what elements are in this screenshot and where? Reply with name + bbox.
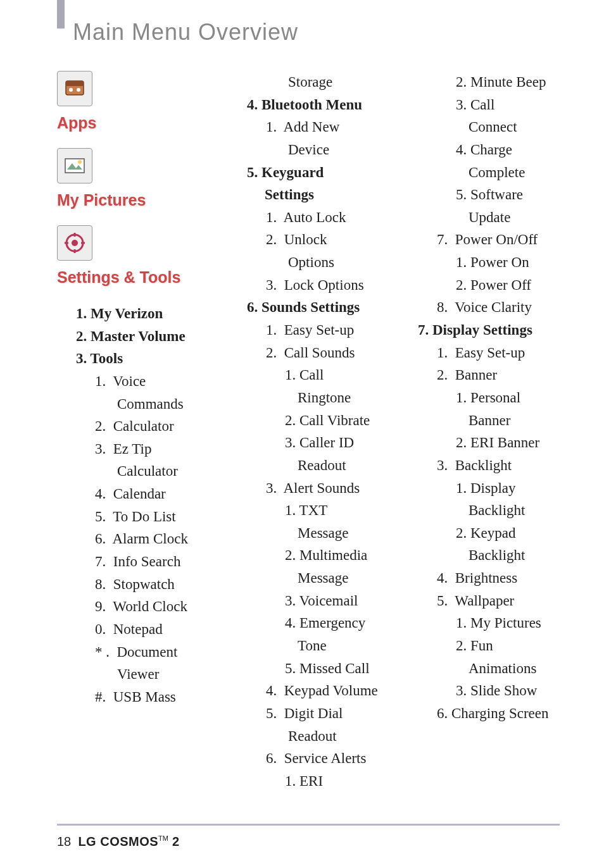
menu-item-cont: Message: [228, 567, 393, 590]
menu-item: 1. Display: [399, 477, 563, 500]
apps-icon: [57, 71, 92, 106]
menu-item: 6. Service Alerts: [228, 747, 393, 770]
menu-item: 4. Keypad Volume: [228, 679, 393, 702]
menu-item: 3. Lock Options: [228, 274, 393, 297]
menu-item-cont: Connect: [399, 116, 563, 139]
menu-item: 2. Keypad: [399, 522, 563, 545]
svg-rect-4: [65, 159, 84, 173]
menu-item-cont: Readout: [228, 725, 393, 748]
svg-point-2: [69, 88, 73, 92]
settings-tools-icon: [57, 225, 92, 261]
menu-item: 2. Calculator: [57, 415, 222, 438]
menu-item-cont: Update: [399, 206, 563, 229]
menu-item: 7. Display Settings: [399, 319, 563, 342]
menu-item: 5. Digit Dial: [228, 702, 393, 725]
content-columns: Apps My Pictures Settings & Tools 1. My …: [57, 71, 560, 817]
menu-item: 3. Backlight: [399, 454, 563, 477]
menu-item: 1. Personal: [399, 387, 563, 409]
svg-point-8: [72, 240, 78, 246]
menu-item-cont: Tone: [228, 635, 393, 657]
menu-item-cont: Calculator: [57, 460, 222, 483]
page-title: Main Menu Overview: [73, 19, 560, 46]
column-1: Apps My Pictures Settings & Tools 1. My …: [57, 71, 222, 709]
menu-item: 3. Voicemail: [228, 590, 393, 612]
menu-item: 2. Unlock: [228, 228, 393, 251]
menu-item: #. USB Mass: [57, 686, 222, 709]
menu-item: 3. Alert Sounds: [228, 477, 393, 500]
menu-item: 8. Stopwatch: [57, 573, 222, 596]
menu-item: 1. Voice: [57, 370, 222, 393]
svg-rect-1: [66, 81, 84, 86]
menu-item-cont: Device: [228, 139, 393, 161]
svg-point-6: [78, 160, 82, 164]
menu-item: 2. Power Off: [399, 274, 563, 297]
menu-item: 1. Call: [228, 364, 393, 387]
menu-item: 2. Fun: [399, 635, 563, 657]
footer-model: 2: [168, 834, 180, 848]
menu-item-cont: Banner: [399, 409, 563, 432]
my-pictures-icon: [57, 148, 92, 183]
menu-item: 2. Call Sounds: [228, 342, 393, 364]
menu-item-cont: Message: [228, 522, 393, 545]
menu-item-cont: Commands: [57, 393, 222, 416]
svg-point-3: [77, 88, 80, 92]
menu-item-cont: Viewer: [57, 663, 222, 686]
menu-item: 3. Ez Tip: [57, 438, 222, 461]
menu-item: 1. Auto Lock: [228, 206, 393, 229]
menu-item: 2. Call Vibrate: [228, 409, 393, 432]
menu-item: 6. Alarm Clock: [57, 528, 222, 550]
menu-item: 4. Bluetooth Menu: [228, 94, 393, 116]
column-3: 2. Minute Beep 3. Call Connect 4. Charge…: [399, 71, 563, 725]
menu-item: 4. Emergency: [228, 612, 393, 635]
menu-item: 5. To Do List: [57, 505, 222, 528]
menu-item: 3. Slide Show: [399, 679, 563, 702]
footer-brand: LG COSMOS: [78, 834, 158, 848]
menu-item: 7. Info Search: [57, 550, 222, 573]
menu-item: 1. TXT: [228, 499, 393, 522]
menu-item: * . Document: [57, 641, 222, 664]
trademark: TM: [158, 834, 168, 842]
menu-item: 2. Multimedia: [228, 544, 393, 567]
menu-item: 4. Calendar: [57, 483, 222, 505]
menu-item: 4. Brightness: [399, 567, 563, 590]
menu-item: 3. Call: [399, 94, 563, 116]
menu-item-cont: Settings: [228, 183, 393, 206]
menu-item-cont: Complete: [399, 161, 563, 184]
menu-item: 9. World Clock: [57, 595, 222, 618]
menu-item: 8. Voice Clarity: [399, 296, 563, 319]
apps-heading: Apps: [57, 114, 222, 132]
menu-item: 3. Tools: [57, 347, 222, 370]
menu-item: 5. Missed Call: [228, 657, 393, 680]
menu-item: 5. Keyguard: [228, 161, 393, 184]
menu-item: 6. Charging Screen: [399, 702, 563, 725]
menu-item-cont: Readout: [228, 454, 393, 477]
title-accent-bar: [57, 0, 65, 28]
menu-item: 1. Easy Set-up: [399, 342, 563, 364]
menu-item: 7. Power On/Off: [399, 228, 563, 251]
my-pictures-heading: My Pictures: [57, 191, 222, 209]
menu-item: 5. Wallpaper: [399, 590, 563, 612]
menu-item: 2. Master Volume: [57, 325, 222, 348]
menu-item-cont: Storage: [228, 71, 393, 94]
menu-item: 1. Add New: [228, 116, 393, 139]
menu-item: 1. Easy Set-up: [228, 319, 393, 342]
menu-item-cont: Backlight: [399, 544, 563, 567]
column-2: Storage 4. Bluetooth Menu 1. Add New Dev…: [228, 71, 393, 793]
menu-item-cont: Backlight: [399, 499, 563, 522]
page-number: 18: [57, 834, 71, 848]
page-footer: 18 LG COSMOSTM 2: [57, 824, 560, 849]
menu-item: 5. Software: [399, 183, 563, 206]
menu-item: 6. Sounds Settings: [228, 296, 393, 319]
menu-item-cont: Options: [228, 251, 393, 274]
menu-item-cont: Animations: [399, 657, 563, 680]
menu-item: 1. My Pictures: [399, 612, 563, 635]
settings-tools-heading: Settings & Tools: [57, 268, 222, 287]
menu-item: 2. Banner: [399, 364, 563, 387]
menu-item: 1. Power On: [399, 251, 563, 274]
menu-item: 2. Minute Beep: [399, 71, 563, 94]
menu-item: 0. Notepad: [57, 618, 222, 641]
menu-item: 1. ERI: [228, 770, 393, 793]
menu-item: 1. My Verizon: [57, 302, 222, 325]
menu-item: 2. ERI Banner: [399, 431, 563, 454]
menu-item: 3. Caller ID: [228, 431, 393, 454]
